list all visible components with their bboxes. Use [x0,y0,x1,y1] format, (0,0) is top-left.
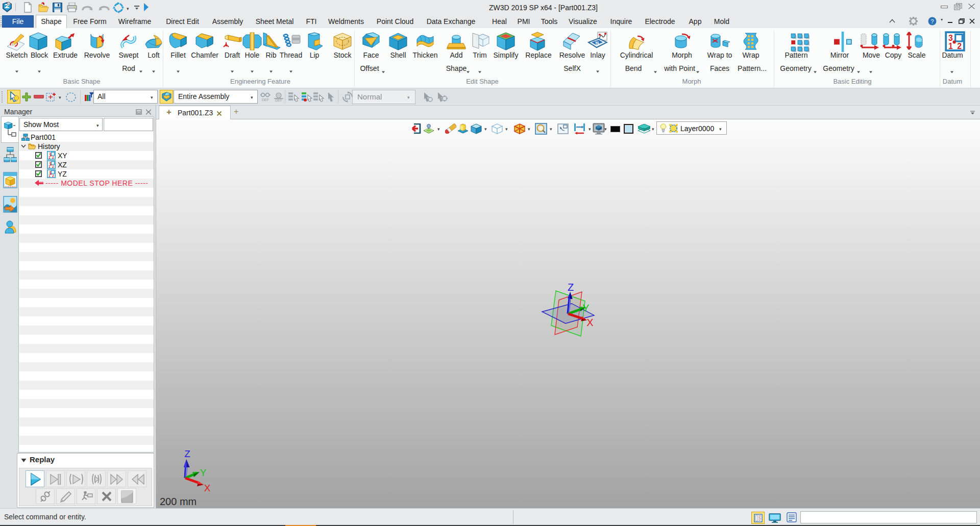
svg-text:Z: Z [568,282,574,293]
svg-text:3: 3 [50,170,52,174]
svg-text:1: 1 [948,42,953,51]
svg-text:2: 2 [52,156,54,159]
svg-text:DEF: DEF [262,98,269,102]
svg-text:Y: Y [200,467,207,478]
svg-text:Y: Y [582,303,589,314]
svg-text:Z: Z [184,448,190,459]
svg-text:3: 3 [50,152,52,156]
svg-text:2: 2 [52,165,54,168]
svg-text:2: 2 [957,42,962,51]
svg-text:3: 3 [50,161,52,165]
svg-text:X: X [586,317,593,328]
svg-text:X: X [204,483,211,493]
svg-text:3: 3 [948,34,953,42]
svg-text:DEF: DEF [275,98,282,102]
svg-text:?: ? [930,18,934,24]
svg-text:2: 2 [52,174,54,178]
